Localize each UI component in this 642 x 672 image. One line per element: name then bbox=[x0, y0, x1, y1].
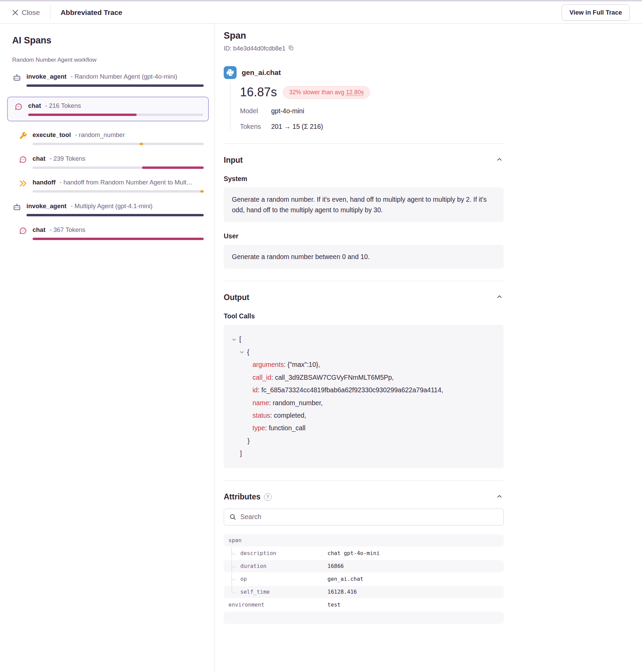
chevron-up-icon bbox=[497, 157, 502, 163]
collapse-attributes-button[interactable] bbox=[495, 492, 504, 502]
json-value: : call_3d9ZBSAW7CGVyFNmMLT6M5Pp, bbox=[271, 371, 394, 384]
span-desc: - handoff from Random Number Agent to Mu… bbox=[60, 179, 193, 186]
top-bar-left: Close Abbreviated Trace bbox=[12, 5, 123, 20]
chevron-down-icon[interactable] bbox=[240, 350, 244, 354]
chat-bubble-icon bbox=[18, 155, 28, 169]
tool-calls-label: Tool Calls bbox=[224, 312, 504, 320]
attribute-group-row: span bbox=[224, 534, 504, 547]
json-value: : random_number, bbox=[269, 397, 323, 409]
chevron-down-icon[interactable] bbox=[232, 337, 236, 342]
chat-bubble-icon bbox=[18, 226, 28, 240]
attributes-table: span description chat gpt-4o-mini bbox=[224, 534, 504, 624]
span-row-body: invoke_agent - Multiply Agent (gpt-4.1-m… bbox=[26, 202, 204, 216]
span-op: handoff bbox=[33, 179, 55, 186]
top-bar: Close Abbreviated Trace View in Full Tra… bbox=[0, 1, 642, 24]
json-line: { bbox=[232, 346, 496, 358]
section-divider bbox=[224, 143, 504, 144]
json-key: name bbox=[253, 397, 269, 409]
tokens-label: Tokens bbox=[240, 123, 271, 130]
chevron-up-icon bbox=[497, 294, 502, 301]
ai-spans-heading: AI Spans bbox=[12, 35, 204, 46]
span-list: invoke_agent - Random Number Agent (gpt-… bbox=[12, 73, 204, 240]
input-section: Input System Generate a random number. I… bbox=[224, 155, 504, 268]
span-row-title: handoff - handoff from Random Number Age… bbox=[33, 179, 204, 186]
json-value: : function_call bbox=[265, 422, 305, 434]
close-icon bbox=[12, 10, 18, 16]
span-row-invoke-agent-2[interactable]: invoke_agent - Multiply Agent (gpt-4.1-m… bbox=[12, 202, 204, 216]
drawer-title: Abbreviated Trace bbox=[61, 9, 123, 17]
span-id-value: ID: b4e3d44d0fcdb8e1 bbox=[224, 45, 285, 52]
attributes-heading: Attributes bbox=[224, 492, 261, 502]
help-icon[interactable]: ? bbox=[264, 493, 271, 501]
span-op: chat bbox=[33, 155, 46, 162]
json-line: [ bbox=[232, 333, 496, 345]
span-desc: - 216 Tokens bbox=[45, 102, 81, 109]
attribute-row-duration: duration 16866 bbox=[224, 560, 504, 572]
copy-id-button[interactable] bbox=[287, 45, 295, 53]
json-field-call-id: call_id: call_3d9ZBSAW7CGVyFNmMLT6M5Pp, bbox=[232, 371, 496, 384]
span-duration-fill bbox=[33, 238, 204, 240]
search-icon bbox=[229, 513, 236, 522]
close-label: Close bbox=[22, 9, 40, 17]
span-op-name: gen_ai.chat bbox=[242, 68, 281, 77]
span-duration-track bbox=[28, 114, 203, 116]
json-brace: { bbox=[247, 346, 249, 358]
attribute-row-description: description chat gpt-4o-mini bbox=[224, 547, 504, 559]
json-key: status bbox=[253, 409, 270, 422]
span-op-row: gen_ai.chat bbox=[224, 66, 504, 79]
span-row-body: chat - 216 Tokens bbox=[28, 102, 203, 116]
span-duration-track bbox=[33, 190, 204, 193]
json-value: : {"max":10}, bbox=[284, 358, 320, 371]
tree-connector bbox=[232, 573, 237, 585]
span-row-title: chat - 367 Tokens bbox=[33, 226, 204, 233]
user-message-box: Generate a random number between 0 and 1… bbox=[224, 245, 504, 269]
span-row-title: chat - 216 Tokens bbox=[28, 102, 203, 110]
span-row-chat-367[interactable]: chat - 367 Tokens bbox=[18, 226, 204, 240]
view-in-full-trace-button[interactable]: View in Full Trace bbox=[562, 4, 630, 21]
attribute-row-environment: environment test bbox=[224, 599, 504, 611]
attribute-key: environment bbox=[229, 599, 328, 611]
span-heading: Span bbox=[224, 30, 504, 41]
badge-avg-link[interactable]: 12.80s bbox=[346, 89, 364, 96]
json-key: call_id bbox=[253, 371, 271, 384]
json-value: : fc_685a73324cc4819fbab6a62f92330c93029… bbox=[258, 384, 443, 396]
json-value: : completed, bbox=[270, 409, 306, 422]
span-row-chat-216[interactable]: chat - 216 Tokens bbox=[14, 102, 203, 116]
system-message-box: Generate a random number. If it's even, … bbox=[224, 188, 504, 222]
span-detail-panel: Span ID: b4e3d44d0fcdb8e1 bbox=[215, 24, 642, 672]
collapse-input-button[interactable] bbox=[495, 155, 504, 165]
chat-bubble-icon bbox=[14, 102, 23, 116]
span-desc: - 367 Tokens bbox=[50, 226, 86, 233]
span-duration-track bbox=[33, 166, 204, 169]
span-desc: - Multiply Agent (gpt-4.1-mini) bbox=[70, 202, 153, 210]
json-bracket: [ bbox=[239, 333, 241, 345]
handoff-chevrons-icon bbox=[18, 179, 28, 193]
span-duration-track bbox=[26, 85, 204, 87]
json-line: ] bbox=[232, 447, 496, 460]
attribute-key-text: duration bbox=[240, 563, 267, 569]
json-key: arguments bbox=[253, 358, 284, 371]
span-row-execute-tool[interactable]: execute_tool - random_number bbox=[18, 131, 204, 145]
json-field-id: id: fc_685a73324cc4819fbab6a62f92330c930… bbox=[232, 384, 496, 396]
attribute-value: gen_ai.chat bbox=[328, 576, 499, 582]
tool-calls-json: [ { arguments: {"max":10}, call_id: call… bbox=[224, 325, 504, 468]
duration-row: 16.87s 32% slower than avg 12.80s bbox=[240, 85, 504, 99]
json-line: } bbox=[232, 435, 496, 447]
attribute-key: duration bbox=[229, 560, 328, 572]
span-row-invoke-agent-1[interactable]: invoke_agent - Random Number Agent (gpt-… bbox=[12, 73, 204, 87]
span-row-title: invoke_agent - Random Number Agent (gpt-… bbox=[26, 73, 204, 80]
slower-than-avg-badge: 32% slower than avg 12.80s bbox=[283, 86, 370, 99]
span-op: invoke_agent bbox=[26, 73, 66, 80]
span-row-handoff[interactable]: handoff - handoff from Random Number Age… bbox=[18, 179, 204, 193]
span-row-title: invoke_agent - Multiply Agent (gpt-4.1-m… bbox=[26, 202, 204, 210]
json-key: id bbox=[253, 384, 258, 396]
collapse-output-button[interactable] bbox=[495, 293, 504, 302]
wrench-icon bbox=[18, 131, 28, 145]
close-button[interactable]: Close bbox=[12, 9, 40, 17]
attribute-key-text: description bbox=[240, 550, 276, 556]
attributes-search bbox=[224, 509, 504, 525]
output-section-header: Output bbox=[224, 293, 504, 302]
span-row-title: chat - 239 Tokens bbox=[33, 155, 204, 162]
search-input[interactable] bbox=[224, 509, 504, 525]
span-row-chat-239[interactable]: chat - 239 Tokens bbox=[18, 155, 204, 169]
